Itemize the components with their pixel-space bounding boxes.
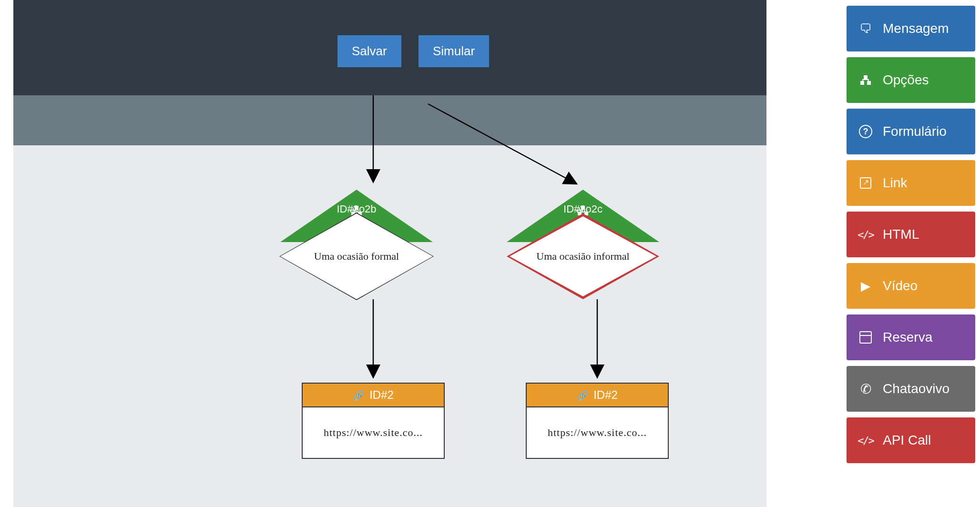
- palette-item-label: Vídeo: [883, 278, 918, 294]
- chat-icon: [858, 21, 873, 36]
- save-button[interactable]: Salvar: [337, 35, 401, 67]
- sub-toolbar-bg: [13, 95, 766, 145]
- palette-item-formulario[interactable]: Formulário: [847, 109, 975, 154]
- palette-item-html[interactable]: HTML: [847, 212, 975, 257]
- option-node-text: Uma ocasião informal: [536, 250, 630, 263]
- palette-item-opcoes[interactable]: Opções: [847, 57, 975, 103]
- palette-item-label: HTML: [883, 227, 919, 242]
- palette-item-apicall[interactable]: API Call: [847, 417, 975, 463]
- palette-item-label: Reserva: [883, 330, 932, 345]
- link-node-url: https://www.site.co...: [303, 407, 444, 458]
- palette-item-video[interactable]: Vídeo: [847, 263, 975, 309]
- help-icon: [858, 125, 873, 138]
- link-node-right[interactable]: ID#2 https://www.site.co...: [526, 383, 669, 459]
- tree-icon: [858, 75, 873, 85]
- link-node-url: https://www.site.co...: [527, 407, 668, 458]
- link-node-header: ID#2: [303, 384, 444, 407]
- palette-item-reserva[interactable]: Reserva: [847, 314, 975, 360]
- flow-canvas[interactable]: Salvar Simular ID#3o2b Uma ocasião forma…: [13, 0, 766, 507]
- node-id-label: ID#2: [369, 388, 394, 402]
- palette-item-label: Mensagem: [883, 21, 949, 36]
- phone-icon: [858, 381, 873, 397]
- option-node-text: Uma ocasião formal: [314, 250, 399, 263]
- link-icon: [577, 388, 589, 402]
- external-icon: [858, 177, 873, 189]
- palette-item-label: Link: [883, 175, 907, 191]
- link-icon: [353, 388, 365, 402]
- palette-item-chataovivo[interactable]: Chataovivo: [847, 366, 975, 412]
- link-node-left[interactable]: ID#2 https://www.site.co...: [302, 383, 445, 459]
- palette-item-label: Formulário: [883, 124, 947, 139]
- code-icon: [858, 229, 873, 241]
- palette-item-label: Opções: [883, 72, 929, 88]
- link-node-header: ID#2: [527, 384, 668, 407]
- node-id-label: ID#2: [593, 388, 618, 402]
- palette-item-label: Chataovivo: [883, 381, 949, 396]
- code-icon: [858, 435, 873, 446]
- node-palette: Mensagem Opções Formulário Link HTML Víd…: [847, 6, 975, 463]
- palette-item-mensagem[interactable]: Mensagem: [847, 6, 975, 51]
- play-icon: [858, 279, 873, 294]
- palette-item-label: API Call: [883, 433, 931, 448]
- calendar-icon: [858, 331, 873, 344]
- palette-item-link[interactable]: Link: [847, 160, 975, 206]
- simulate-button[interactable]: Simular: [419, 35, 489, 67]
